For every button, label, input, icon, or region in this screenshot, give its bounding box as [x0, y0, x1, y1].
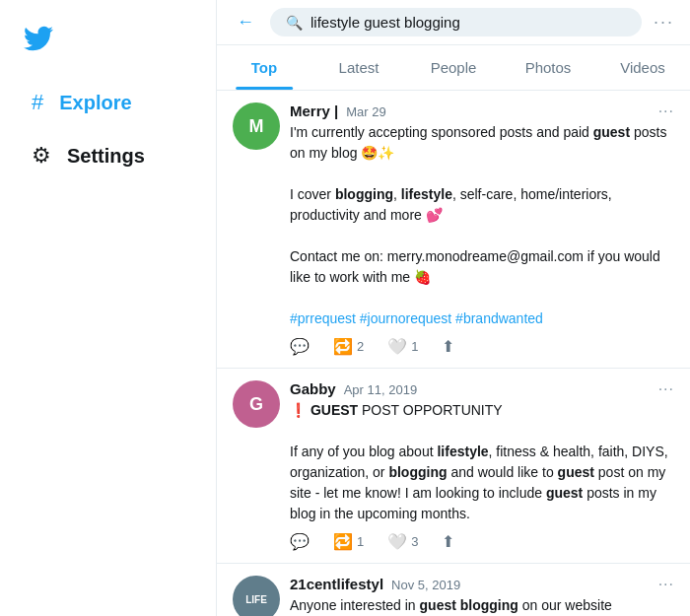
tweet-text: I'm currently accepting sponsored posts … [290, 122, 674, 329]
tweet-author: 21centlifestyl [290, 576, 383, 592]
like-action[interactable]: 🤍3 [387, 532, 418, 551]
tweet-body: Gabby Apr 11, 2019 ··· ❗ GUEST POST OPPO… [290, 380, 674, 551]
tweet-actions: 💬 🔁2 🤍1 ⬆ [290, 337, 674, 356]
sidebar-item-explore[interactable]: # Explore [8, 78, 208, 127]
tweet-date: Mar 29 [346, 104, 385, 119]
back-button[interactable]: ← [233, 8, 258, 36]
tweet-row: G Gabby Apr 11, 2019 ··· ❗ GUEST POST OP… [217, 369, 690, 564]
tweet-row: M Merry | Mar 29 ··· I'm currently accep… [217, 91, 690, 369]
search-tabs: Top Latest People Photos Videos [217, 45, 690, 91]
tweet-date: Nov 5, 2019 [391, 578, 460, 592]
tweet-feed: M Merry | Mar 29 ··· I'm currently accep… [217, 91, 690, 616]
main-content: ← 🔍 ··· Top Latest People Photos Videos … [217, 0, 690, 616]
sidebar-item-settings-label: Settings [67, 145, 145, 168]
sidebar-item-explore-label: Explore [59, 92, 131, 114]
tweet-more-button[interactable]: ··· [658, 380, 674, 398]
tweet-header: 21centlifestyl Nov 5, 2019 ··· [290, 576, 674, 593]
tab-latest[interactable]: Latest [311, 45, 406, 90]
tweet-row: LIFE 21centlifestyl Nov 5, 2019 ··· Anyo… [217, 564, 690, 616]
more-button[interactable]: ··· [654, 12, 674, 33]
tweet-actions: 💬 🔁1 🤍3 ⬆ [290, 532, 674, 551]
search-bar[interactable]: 🔍 [270, 8, 642, 36]
sidebar-item-settings[interactable]: ⚙ Settings [8, 131, 208, 180]
tweet-text: ❗ GUEST POST OPPORTUNITY If any of you b… [290, 400, 674, 524]
twitter-logo [0, 16, 216, 76]
retweet-action[interactable]: 🔁2 [333, 337, 364, 356]
tab-photos[interactable]: Photos [501, 45, 595, 90]
tweet-body: Merry | Mar 29 ··· I'm currently accepti… [290, 103, 674, 356]
search-icon: 🔍 [286, 15, 303, 31]
search-header: ← 🔍 ··· [217, 0, 690, 45]
share-action[interactable]: ⬆ [442, 532, 454, 551]
avatar: G [233, 380, 280, 428]
reply-action[interactable]: 💬 [290, 337, 310, 356]
search-input[interactable] [310, 14, 626, 31]
retweet-action[interactable]: 🔁1 [333, 532, 364, 551]
sidebar: # Explore ⚙ Settings [0, 0, 217, 616]
tweet-header: Gabby Apr 11, 2019 ··· [290, 380, 674, 398]
tab-videos[interactable]: Videos [595, 45, 690, 90]
tweet-date: Apr 11, 2019 [344, 382, 417, 397]
tweet-more-button[interactable]: ··· [658, 576, 674, 593]
tweet-more-button[interactable]: ··· [658, 103, 674, 120]
reply-action[interactable]: 💬 [290, 532, 310, 551]
tweet-author: Gabby [290, 380, 336, 397]
tab-top[interactable]: Top [217, 45, 311, 90]
settings-icon: ⚙ [32, 143, 51, 169]
explore-icon: # [32, 90, 43, 115]
avatar: M [233, 103, 280, 150]
avatar: LIFE [233, 576, 280, 616]
tweet-author: Merry | [290, 103, 338, 119]
share-action[interactable]: ⬆ [442, 337, 454, 356]
tweet-text: Anyone interested in guest blogging on o… [290, 595, 674, 616]
like-action[interactable]: 🤍1 [387, 337, 418, 356]
tweet-body: 21centlifestyl Nov 5, 2019 ··· Anyone in… [290, 576, 674, 616]
tab-people[interactable]: People [406, 45, 501, 90]
tweet-header: Merry | Mar 29 ··· [290, 103, 674, 120]
